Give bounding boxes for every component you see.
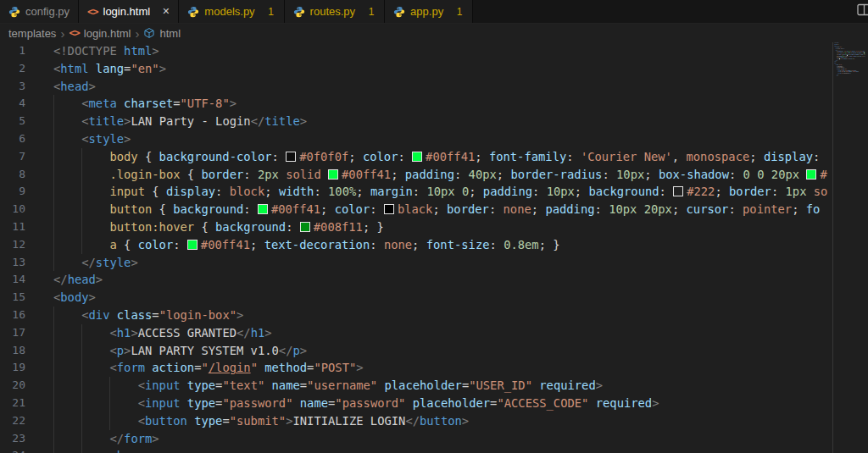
indent-guide — [81, 359, 82, 377]
line-number: 19 — [0, 359, 25, 377]
python-icon — [187, 6, 199, 18]
code-text: </style> — [25, 254, 138, 272]
indent-guide — [81, 324, 82, 342]
code-line[interactable]: 24 <hr> — [0, 447, 832, 453]
breadcrumb-item-login-html[interactable]: <>login.html — [69, 27, 131, 40]
code-line[interactable]: 17 <h1>ACCESS GRANTED</h1> — [0, 324, 832, 342]
code-text: <hr> — [833, 75, 837, 76]
code-line[interactable]: 5 <title>LAN Party - Login</title> — [0, 113, 832, 130]
line-number: 1 — [0, 42, 25, 60]
color-swatch[interactable] — [806, 169, 816, 180]
code-text: <p>LAN PARTY SYSTEM v1.0</p> — [25, 342, 307, 360]
line-number: 10 — [0, 201, 25, 218]
code-line[interactable]: 15<body> — [0, 289, 832, 307]
indent-guide — [109, 377, 110, 395]
code-text: .login-box { border: 2px solid #00ff41; … — [25, 166, 827, 184]
problems-badge: 1 — [267, 6, 275, 18]
line-number: 9 — [0, 183, 25, 201]
line-number: 21 — [0, 395, 25, 412]
tab-app-py[interactable]: app.py1 — [385, 0, 473, 23]
code-line[interactable]: 3<head> — [0, 78, 832, 96]
indent-guide — [53, 412, 54, 430]
split-editor-icon[interactable] — [857, 3, 868, 20]
problems-badge: 1 — [455, 6, 464, 18]
line-number: 8 — [0, 166, 25, 184]
code-line[interactable]: 14</head> — [0, 271, 832, 289]
color-swatch[interactable] — [300, 222, 310, 232]
indent-guide — [53, 130, 54, 148]
indent-guide — [53, 377, 54, 395]
indent-guide — [53, 95, 54, 113]
close-icon[interactable]: ✕ — [162, 7, 170, 16]
code-line[interactable]: 16 <div class="login-box"> — [0, 307, 832, 324]
code-text: <h1>ACCESS GRANTED</h1> — [25, 324, 272, 342]
line-number: 15 — [0, 289, 25, 307]
code-line[interactable]: 19 <form action="/login" method="POST"> — [0, 359, 832, 377]
line-number: 16 — [0, 307, 25, 324]
line-number: 4 — [0, 95, 25, 113]
breadcrumb-item-html[interactable]: html — [143, 27, 181, 40]
tab-login-html[interactable]: <>login.html✕ — [79, 0, 179, 23]
indent-guide — [53, 395, 54, 412]
minimap-content: <!DOCTYPE html><html lang="en"><head> <m… — [833, 42, 835, 77]
code-line[interactable]: 8 .login-box { border: 2px solid #00ff41… — [0, 166, 832, 184]
code-line[interactable]: 6 <style> — [0, 130, 832, 148]
code-lines: 1<!DOCTYPE html>2<html lang="en">3<head>… — [0, 42, 832, 453]
tab-label: models.py — [204, 5, 254, 18]
indent-guide — [109, 395, 110, 412]
code-line[interactable]: 11 button:hover { background: #008f11; } — [0, 218, 832, 236]
code-line[interactable]: 1<!DOCTYPE html> — [0, 42, 832, 60]
code-text: <div class="login-box"> — [25, 307, 243, 324]
code-text: <html lang="en"> — [25, 60, 166, 78]
line-number: 2 — [0, 60, 25, 78]
line-number: 12 — [0, 236, 25, 254]
line-number: 24 — [0, 447, 25, 453]
code-line[interactable]: 7 body { background-color: #0f0f0f; colo… — [0, 148, 832, 166]
color-swatch[interactable] — [412, 152, 422, 162]
code-line[interactable]: 10 button { background: #00ff41; color: … — [0, 201, 832, 218]
color-swatch[interactable] — [187, 240, 198, 250]
code-line[interactable]: 9 input { display: block; width: 100%; m… — [0, 183, 832, 201]
line-number: 7 — [0, 148, 25, 166]
code-editor[interactable]: 1<!DOCTYPE html>2<html lang="en">3<head>… — [0, 42, 868, 453]
tab-config-py[interactable]: config.py — [0, 0, 79, 23]
tab-routes-py[interactable]: routes.py1 — [285, 0, 385, 23]
indent-guide — [109, 412, 110, 430]
symbol-cube-icon — [143, 27, 155, 39]
code-text: <input type="password" name="password" p… — [25, 395, 659, 412]
code-line[interactable]: 21 <input type="password" name="password… — [0, 395, 832, 412]
indent-guide — [53, 183, 54, 201]
line-number: 6 — [0, 130, 25, 148]
code-line[interactable]: 12 a { color: #00ff41; text-decoration: … — [0, 236, 832, 254]
vscode-window: config.py<>login.html✕models.py1routes.p… — [0, 0, 868, 453]
code-line[interactable]: 13 </style> — [0, 254, 832, 272]
line-number: 17 — [0, 324, 25, 342]
code-line[interactable]: 18 <p>LAN PARTY SYSTEM v1.0</p> — [0, 342, 832, 360]
color-swatch[interactable] — [258, 204, 268, 214]
breadcrumb-label: html — [159, 27, 181, 40]
color-swatch[interactable] — [286, 152, 296, 162]
indent-guide — [81, 236, 82, 254]
line-number: 22 — [0, 412, 25, 430]
color-swatch[interactable] — [328, 169, 338, 180]
code-line[interactable]: 22 <button type="submit">INITIALIZE LOGI… — [0, 412, 832, 430]
tab-models-py[interactable]: models.py1 — [179, 0, 284, 23]
indent-guide — [53, 359, 54, 377]
indent-guide — [81, 342, 82, 360]
code-line[interactable]: 4 <meta charset="UTF-8"> — [0, 95, 832, 113]
minimap[interactable]: <!DOCTYPE html><html lang="en"><head> <m… — [832, 42, 868, 453]
code-line[interactable]: 23 </form> — [0, 430, 832, 448]
chevron-right-icon: › — [60, 27, 64, 40]
code-text: <button type="submit">INITIALIZE LOGIN</… — [25, 412, 469, 430]
code-text: <meta charset="UTF-8"> — [25, 95, 236, 113]
code-line[interactable]: 2<html lang="en"> — [0, 60, 832, 78]
color-swatch[interactable] — [673, 186, 683, 196]
color-swatch[interactable] — [384, 204, 394, 214]
code-text: <!DOCTYPE html> — [25, 42, 159, 60]
breadcrumb-label: templates — [8, 27, 56, 40]
indent-guide — [53, 430, 54, 448]
tab-label: login.html — [103, 5, 151, 18]
line-number: 11 — [0, 218, 25, 236]
breadcrumb-item-templates[interactable]: templates — [8, 27, 56, 40]
code-line[interactable]: 20 <input type="text" name="username" pl… — [0, 377, 832, 395]
